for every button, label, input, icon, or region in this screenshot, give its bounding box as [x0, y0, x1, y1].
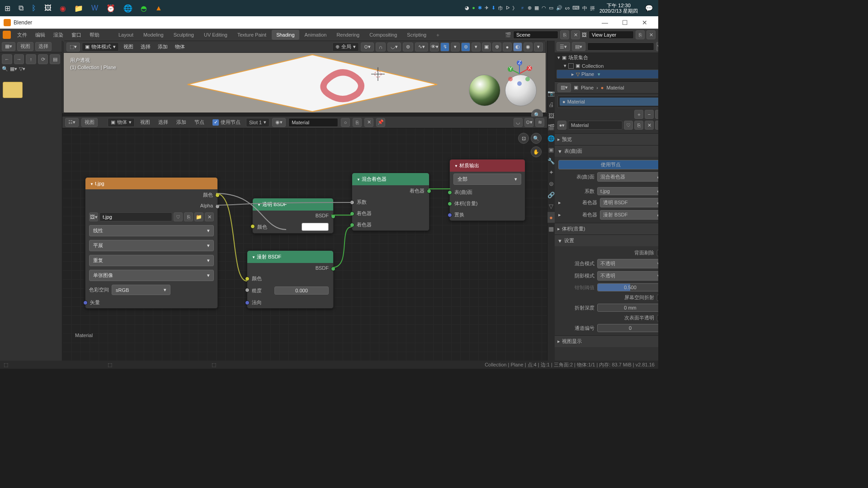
- tab-modifier-icon[interactable]: 🔧: [547, 155, 555, 166]
- slot-add-button[interactable]: ＋: [634, 110, 643, 119]
- plane-object[interactable]: [186, 54, 439, 113]
- taskview-icon[interactable]: ⧉: [19, 4, 24, 12]
- tab-scripting[interactable]: Scripting: [402, 30, 431, 40]
- taskbar-clock[interactable]: 下午 12:302020/2/13 星期四: [598, 3, 640, 14]
- zoom-icon[interactable]: 🔍: [531, 133, 542, 144]
- breadcrumb-material[interactable]: Material: [606, 85, 624, 90]
- snap-opts[interactable]: ⊙▾: [524, 118, 533, 127]
- navigation-gizmo[interactable]: X Y Z: [506, 60, 533, 87]
- refraction-depth-input[interactable]: 0 mm: [597, 304, 658, 312]
- tab-compositing[interactable]: Compositing: [365, 30, 401, 40]
- tab-scene-icon[interactable]: 🎬: [547, 122, 555, 132]
- target-select[interactable]: 全部▾: [453, 174, 521, 185]
- node-diffuse-bsdf[interactable]: ▼漫射 BSDF BSDF 颜色 糙度0.000 法向: [247, 250, 334, 309]
- home-icon[interactable]: ⊡: [518, 133, 529, 144]
- clock-icon[interactable]: ⏰: [106, 4, 115, 13]
- editor-type-button[interactable]: ☷▾: [65, 118, 79, 127]
- menu-edit[interactable]: 编辑: [32, 30, 49, 40]
- open-image-button[interactable]: 📁: [194, 212, 203, 221]
- shade-solid[interactable]: ●: [503, 42, 512, 52]
- node-material-output[interactable]: ▼材质输出 全部▾ 表(曲)面 体积(音量) 置换: [449, 159, 525, 221]
- tab-world-icon[interactable]: 🌐: [547, 133, 555, 144]
- tab-output-icon[interactable]: 🖨: [547, 99, 555, 110]
- tree-plane[interactable]: ▸▽Plane▾👁: [557, 70, 658, 79]
- word-icon[interactable]: W: [91, 4, 98, 12]
- sss-checkbox[interactable]: [657, 315, 658, 321]
- material-slot-list[interactable]: ●Material: [557, 95, 658, 108]
- orientation-select[interactable]: ⊕全局▾: [332, 42, 359, 52]
- image-browse-button[interactable]: 🖼▾: [89, 212, 98, 221]
- slot-select[interactable]: Slot 1▾: [246, 118, 269, 127]
- tab-texture-icon[interactable]: ▦: [547, 223, 555, 234]
- ssr-checkbox[interactable]: [657, 295, 658, 301]
- shadow-mode-select[interactable]: 不透明▾: [597, 271, 658, 281]
- close-button[interactable]: ✕: [635, 19, 655, 26]
- xray-button[interactable]: ▣: [482, 42, 491, 52]
- editor-type-button[interactable]: ▥▾: [557, 83, 571, 92]
- material-name-input[interactable]: [288, 118, 338, 127]
- bluetooth-icon[interactable]: ᛒ: [32, 4, 36, 12]
- ime-zh[interactable]: 中: [582, 5, 587, 12]
- color-input[interactable]: [302, 223, 329, 231]
- panel-settings[interactable]: ▼设置: [555, 235, 658, 246]
- outliner-search[interactable]: [587, 42, 654, 51]
- ne-menu-view[interactable]: 视图: [81, 118, 98, 127]
- blend-mode-select[interactable]: 不透明▾: [597, 259, 658, 268]
- mat-new-button[interactable]: ⎘: [353, 118, 362, 127]
- fb-menu-view[interactable]: 视图: [17, 42, 33, 51]
- tab-object-icon[interactable]: ▣: [547, 144, 555, 155]
- shade-lookdev[interactable]: ◐: [513, 42, 522, 52]
- panel-surface[interactable]: ▼表(曲)面: [555, 145, 658, 157]
- mat-browse-button[interactable]: ●▾: [557, 121, 566, 130]
- editor-type-button[interactable]: ⬚▾: [66, 42, 80, 52]
- interp-select[interactable]: 线性▾: [89, 225, 214, 236]
- start-icon[interactable]: ⊞: [5, 4, 10, 13]
- mat-node-button[interactable]: ▾: [655, 121, 658, 130]
- overlay-button[interactable]: ≋: [535, 118, 544, 127]
- material-name-input[interactable]: Material: [568, 121, 623, 130]
- pass-index-input[interactable]: 0: [597, 324, 658, 332]
- maximize-button[interactable]: ☐: [615, 19, 635, 26]
- mat-unlink-button[interactable]: ✕: [645, 121, 654, 130]
- editor-type-button[interactable]: ▦▾: [2, 42, 15, 51]
- tab-render-icon[interactable]: 📷: [547, 88, 555, 99]
- blender-icon[interactable]: [3, 31, 11, 39]
- tree-scene-collection[interactable]: ▾▣场景集合: [557, 53, 658, 62]
- shader1-select[interactable]: 透明 BSDF●: [600, 198, 658, 207]
- snap-button[interactable]: ∩: [376, 42, 386, 52]
- scene-new-button[interactable]: ⎘: [560, 30, 569, 39]
- mat-new-button[interactable]: ⎘: [634, 121, 643, 130]
- vp-menu-select[interactable]: 选择: [138, 43, 153, 50]
- filter-button[interactable]: ▽▾: [19, 66, 25, 72]
- nav-up-button[interactable]: ↑: [26, 54, 36, 64]
- mat-unlink-button[interactable]: ✕: [364, 118, 373, 127]
- vp-menu-add[interactable]: 添加: [155, 43, 170, 50]
- tab-uv[interactable]: UV Editing: [199, 30, 232, 40]
- ne-menu-view[interactable]: 视图: [137, 119, 153, 126]
- proportional-button[interactable]: ⊚: [403, 42, 413, 52]
- mode-select[interactable]: ▣物体模式▾: [82, 42, 119, 52]
- shade-opts[interactable]: ▾: [534, 42, 543, 52]
- tab-shading[interactable]: Shading: [272, 30, 299, 40]
- panel-preview[interactable]: ▸预览: [555, 133, 658, 145]
- mat-browse-button[interactable]: ◉▾: [272, 118, 286, 127]
- display-button[interactable]: ▦▾: [10, 66, 17, 72]
- notifications-icon[interactable]: 💬: [642, 5, 656, 12]
- tree-collection[interactable]: ▾▣Collection👁: [557, 62, 658, 70]
- menu-window[interactable]: 窗口: [68, 30, 85, 40]
- scene-del-button[interactable]: ✕: [571, 30, 580, 39]
- editor-type-button[interactable]: ☰▾: [557, 42, 570, 51]
- shade-render[interactable]: ◉: [524, 42, 533, 52]
- tab-viewlayer-icon[interactable]: 🖼: [547, 110, 555, 121]
- ime-pin[interactable]: 拼: [590, 5, 595, 12]
- projection-select[interactable]: 平展▾: [89, 240, 214, 251]
- ne-menu-add[interactable]: 添加: [174, 119, 189, 126]
- folder-icon[interactable]: [3, 82, 23, 98]
- vp-menu-object[interactable]: 物体: [172, 43, 188, 50]
- node-editor[interactable]: ☷▾ 视图 ▣物体▾ 视图 选择 添加 节点 ✓ 使用节点 Slot 1▾ ◉▾…: [62, 117, 547, 361]
- system-tray[interactable]: ◕●✱✈ ⬇巾ᐅ》〃 ⊕▦◠▭🔊ᔕ⌨ 中 拼: [465, 5, 595, 12]
- overlay-opts[interactable]: ▾: [472, 42, 481, 52]
- node-mix-shader[interactable]: ▼混合着色器 着色器 系数 着色器 着色器: [352, 173, 429, 231]
- tab-texpaint[interactable]: Texture Paint: [233, 30, 271, 40]
- menu-render[interactable]: 渲染: [50, 30, 67, 40]
